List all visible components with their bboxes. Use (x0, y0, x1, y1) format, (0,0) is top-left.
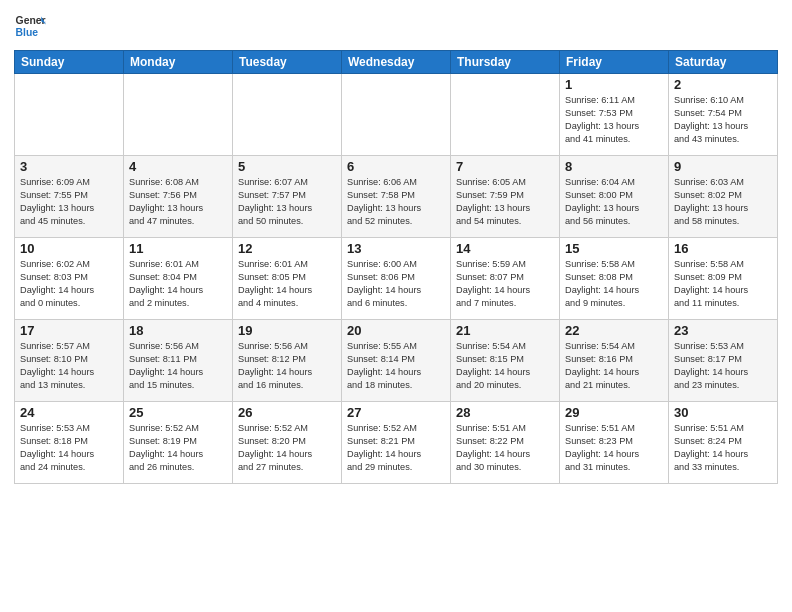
day-info: Sunrise: 6:05 AM Sunset: 7:59 PM Dayligh… (456, 176, 554, 228)
header-row: SundayMondayTuesdayWednesdayThursdayFrid… (15, 51, 778, 74)
day-cell: 1Sunrise: 6:11 AM Sunset: 7:53 PM Daylig… (560, 74, 669, 156)
day-number: 23 (674, 323, 772, 338)
day-cell: 30Sunrise: 5:51 AM Sunset: 8:24 PM Dayli… (669, 402, 778, 484)
day-info: Sunrise: 6:01 AM Sunset: 8:04 PM Dayligh… (129, 258, 227, 310)
day-cell: 22Sunrise: 5:54 AM Sunset: 8:16 PM Dayli… (560, 320, 669, 402)
day-cell: 18Sunrise: 5:56 AM Sunset: 8:11 PM Dayli… (124, 320, 233, 402)
day-info: Sunrise: 6:00 AM Sunset: 8:06 PM Dayligh… (347, 258, 445, 310)
day-info: Sunrise: 5:51 AM Sunset: 8:23 PM Dayligh… (565, 422, 663, 474)
day-cell (342, 74, 451, 156)
day-number: 30 (674, 405, 772, 420)
day-cell: 15Sunrise: 5:58 AM Sunset: 8:08 PM Dayli… (560, 238, 669, 320)
day-number: 15 (565, 241, 663, 256)
day-cell (15, 74, 124, 156)
day-info: Sunrise: 5:51 AM Sunset: 8:24 PM Dayligh… (674, 422, 772, 474)
day-info: Sunrise: 5:54 AM Sunset: 8:15 PM Dayligh… (456, 340, 554, 392)
day-info: Sunrise: 6:02 AM Sunset: 8:03 PM Dayligh… (20, 258, 118, 310)
day-info: Sunrise: 6:11 AM Sunset: 7:53 PM Dayligh… (565, 94, 663, 146)
day-number: 10 (20, 241, 118, 256)
day-cell: 23Sunrise: 5:53 AM Sunset: 8:17 PM Dayli… (669, 320, 778, 402)
day-info: Sunrise: 5:53 AM Sunset: 8:18 PM Dayligh… (20, 422, 118, 474)
day-cell: 13Sunrise: 6:00 AM Sunset: 8:06 PM Dayli… (342, 238, 451, 320)
day-number: 5 (238, 159, 336, 174)
page: General Blue SundayMondayTuesdayWednesda… (0, 0, 792, 612)
day-info: Sunrise: 5:59 AM Sunset: 8:07 PM Dayligh… (456, 258, 554, 310)
day-info: Sunrise: 5:54 AM Sunset: 8:16 PM Dayligh… (565, 340, 663, 392)
day-number: 2 (674, 77, 772, 92)
day-cell: 4Sunrise: 6:08 AM Sunset: 7:56 PM Daylig… (124, 156, 233, 238)
weekday-header-wednesday: Wednesday (342, 51, 451, 74)
day-cell: 2Sunrise: 6:10 AM Sunset: 7:54 PM Daylig… (669, 74, 778, 156)
day-info: Sunrise: 5:53 AM Sunset: 8:17 PM Dayligh… (674, 340, 772, 392)
day-info: Sunrise: 6:04 AM Sunset: 8:00 PM Dayligh… (565, 176, 663, 228)
day-info: Sunrise: 6:06 AM Sunset: 7:58 PM Dayligh… (347, 176, 445, 228)
weekday-header-thursday: Thursday (451, 51, 560, 74)
day-info: Sunrise: 6:07 AM Sunset: 7:57 PM Dayligh… (238, 176, 336, 228)
weekday-header-saturday: Saturday (669, 51, 778, 74)
header: General Blue (14, 10, 778, 42)
day-cell: 26Sunrise: 5:52 AM Sunset: 8:20 PM Dayli… (233, 402, 342, 484)
logo: General Blue (14, 10, 46, 42)
logo-icon: General Blue (14, 10, 46, 42)
day-cell: 24Sunrise: 5:53 AM Sunset: 8:18 PM Dayli… (15, 402, 124, 484)
day-cell: 12Sunrise: 6:01 AM Sunset: 8:05 PM Dayli… (233, 238, 342, 320)
day-number: 8 (565, 159, 663, 174)
day-cell: 20Sunrise: 5:55 AM Sunset: 8:14 PM Dayli… (342, 320, 451, 402)
week-row-2: 10Sunrise: 6:02 AM Sunset: 8:03 PM Dayli… (15, 238, 778, 320)
day-info: Sunrise: 5:58 AM Sunset: 8:08 PM Dayligh… (565, 258, 663, 310)
day-number: 9 (674, 159, 772, 174)
day-cell: 21Sunrise: 5:54 AM Sunset: 8:15 PM Dayli… (451, 320, 560, 402)
day-number: 22 (565, 323, 663, 338)
day-cell: 10Sunrise: 6:02 AM Sunset: 8:03 PM Dayli… (15, 238, 124, 320)
day-number: 19 (238, 323, 336, 338)
weekday-header-monday: Monday (124, 51, 233, 74)
weekday-header-friday: Friday (560, 51, 669, 74)
day-cell: 25Sunrise: 5:52 AM Sunset: 8:19 PM Dayli… (124, 402, 233, 484)
day-number: 6 (347, 159, 445, 174)
day-cell (451, 74, 560, 156)
weekday-header-sunday: Sunday (15, 51, 124, 74)
day-cell: 7Sunrise: 6:05 AM Sunset: 7:59 PM Daylig… (451, 156, 560, 238)
day-number: 29 (565, 405, 663, 420)
day-info: Sunrise: 6:03 AM Sunset: 8:02 PM Dayligh… (674, 176, 772, 228)
day-number: 4 (129, 159, 227, 174)
day-cell: 3Sunrise: 6:09 AM Sunset: 7:55 PM Daylig… (15, 156, 124, 238)
day-cell: 9Sunrise: 6:03 AM Sunset: 8:02 PM Daylig… (669, 156, 778, 238)
day-number: 27 (347, 405, 445, 420)
svg-text:Blue: Blue (16, 27, 39, 38)
day-info: Sunrise: 6:09 AM Sunset: 7:55 PM Dayligh… (20, 176, 118, 228)
week-row-3: 17Sunrise: 5:57 AM Sunset: 8:10 PM Dayli… (15, 320, 778, 402)
weekday-header-tuesday: Tuesday (233, 51, 342, 74)
day-number: 12 (238, 241, 336, 256)
day-info: Sunrise: 5:58 AM Sunset: 8:09 PM Dayligh… (674, 258, 772, 310)
day-cell: 5Sunrise: 6:07 AM Sunset: 7:57 PM Daylig… (233, 156, 342, 238)
day-number: 21 (456, 323, 554, 338)
day-cell: 27Sunrise: 5:52 AM Sunset: 8:21 PM Dayli… (342, 402, 451, 484)
day-cell (233, 74, 342, 156)
day-info: Sunrise: 5:57 AM Sunset: 8:10 PM Dayligh… (20, 340, 118, 392)
day-number: 17 (20, 323, 118, 338)
day-number: 24 (20, 405, 118, 420)
day-info: Sunrise: 6:01 AM Sunset: 8:05 PM Dayligh… (238, 258, 336, 310)
day-number: 7 (456, 159, 554, 174)
day-number: 14 (456, 241, 554, 256)
day-number: 11 (129, 241, 227, 256)
day-cell: 29Sunrise: 5:51 AM Sunset: 8:23 PM Dayli… (560, 402, 669, 484)
day-cell: 6Sunrise: 6:06 AM Sunset: 7:58 PM Daylig… (342, 156, 451, 238)
day-info: Sunrise: 6:10 AM Sunset: 7:54 PM Dayligh… (674, 94, 772, 146)
day-info: Sunrise: 5:51 AM Sunset: 8:22 PM Dayligh… (456, 422, 554, 474)
day-info: Sunrise: 5:52 AM Sunset: 8:21 PM Dayligh… (347, 422, 445, 474)
day-info: Sunrise: 5:56 AM Sunset: 8:12 PM Dayligh… (238, 340, 336, 392)
day-number: 3 (20, 159, 118, 174)
week-row-0: 1Sunrise: 6:11 AM Sunset: 7:53 PM Daylig… (15, 74, 778, 156)
day-number: 25 (129, 405, 227, 420)
day-cell: 19Sunrise: 5:56 AM Sunset: 8:12 PM Dayli… (233, 320, 342, 402)
day-cell: 28Sunrise: 5:51 AM Sunset: 8:22 PM Dayli… (451, 402, 560, 484)
day-number: 26 (238, 405, 336, 420)
day-number: 1 (565, 77, 663, 92)
day-number: 16 (674, 241, 772, 256)
day-cell: 11Sunrise: 6:01 AM Sunset: 8:04 PM Dayli… (124, 238, 233, 320)
day-cell: 8Sunrise: 6:04 AM Sunset: 8:00 PM Daylig… (560, 156, 669, 238)
day-cell: 14Sunrise: 5:59 AM Sunset: 8:07 PM Dayli… (451, 238, 560, 320)
day-number: 20 (347, 323, 445, 338)
